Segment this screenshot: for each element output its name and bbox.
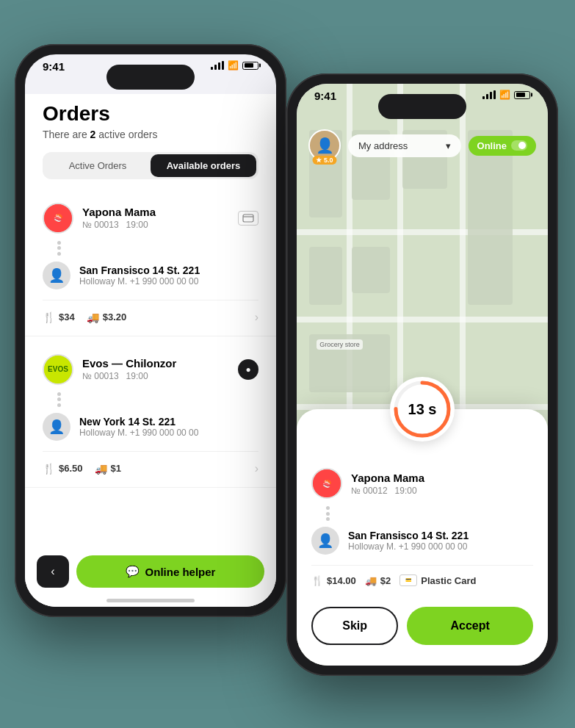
modal-courier-row: 👤 San Fransisco 14 St. 221 Holloway M. +… [311,527,533,555]
courier-avatar-2: 👤 [43,413,70,441]
divider-dots-2 [57,392,59,407]
modal-courier-avatar: 👤 [311,527,339,555]
timer-svg [390,377,455,442]
toggle-knob[interactable] [511,140,527,151]
phone1-screen: 9:41 📶 Orders [25,54,276,607]
courier-row-1: 👤 San Fransisco 14 St. 221 Holloway M. +… [43,262,258,289]
modal-courier-phone: Holloway M. +1 990 000 00 00 [348,541,533,552]
courier-info-1: San Fransisco 14 St. 221 Holloway M. +1 … [79,264,258,286]
order-footer-2: 🍴 $6.50 🚚 $1 › [43,451,258,475]
order-row-2: EVOS Evos — Chilonzor № 00013 19:00 ● [43,354,258,385]
timer-circle: 13 s [390,377,455,442]
modal-fork-icon: 🍴 [311,575,323,586]
phone1-content: Orders There are 2 active orders Active … [25,94,276,607]
orders-subtitle-suffix: active orders [95,129,157,140]
phone1-status-icons: 📶 [211,60,258,71]
modal-courier-info: San Fransisco 14 St. 221 Holloway M. +1 … [348,530,533,552]
tab-available-orders[interactable]: Available orders [151,154,256,177]
orders-header: Orders There are 2 active orders [25,94,276,152]
modal-restaurant-logo: 🍣 [311,468,342,499]
modal-actions: Skip Accept [311,607,533,645]
truck-icon-2: 🚚 [95,463,107,475]
modal-courier-address: San Fransisco 14 St. 221 [348,530,533,541]
courier-row-2: 👤 New York 14 St. 221 Holloway M. +1 990… [43,413,258,441]
phone2-header: 👤 ★ 5.0 My address ▾ Online [297,123,548,167]
card-icon-1 [238,211,258,226]
courier-phone-1: Holloway M. +1 990 000 00 00 [79,276,258,286]
modal-order-row: 🍣 Yapona Mama № 00012 19:00 [311,468,533,499]
grocery-label: Grocery store [317,339,363,350]
order-meta-2: № 00013 19:00 [82,371,229,381]
delivery-price-2: 🚚 $1 [95,463,121,475]
phone1-bottom-bar: ‹ 💬 Online helper [25,548,276,607]
back-button[interactable]: ‹ [37,555,69,588]
delivery-price-1: 🚚 $3.20 [87,311,127,323]
fork-knife-icon-1: 🍴 [43,311,55,323]
battery-icon [242,62,258,70]
tab-active-orders[interactable]: Active Orders [45,154,151,177]
order-arrow-1[interactable]: › [255,311,258,324]
courier-phone-2: Holloway M. +1 990 000 00 00 [79,428,258,438]
truck-icon-1: 🚚 [87,311,99,323]
phones-container: 9:41 📶 Orders [0,0,575,728]
chat-icon: 💬 [126,565,140,578]
skip-button[interactable]: Skip [311,607,398,645]
phone1-frame: 9:41 📶 Orders [15,44,286,617]
restaurant-logo-2: EVOS [43,354,73,385]
rating-badge: ★ 5.0 [312,156,336,165]
order-info-1: Yapona Mama № 00013 19:00 [82,206,229,230]
phone1-home-indicator [106,599,195,602]
card-icon-svg [242,214,254,223]
order-footer-1: 🍴 $34 🚚 $3.20 › [43,300,258,324]
restaurant-logo-1: 🍣 [43,203,73,234]
dynamic-island-1 [106,65,195,90]
order-row-1: 🍣 Yapona Mama № 00013 19:00 [43,203,258,234]
accept-button[interactable]: Accept [407,607,533,645]
accept-order-modal: 13 s 🍣 Yapona Mama № 00012 [297,409,548,666]
phone2-status-icons: 📶 [482,90,530,100]
order-card-2[interactable]: EVOS Evos — Chilonzor № 00013 19:00 ● [25,342,276,488]
restaurant-name-1: Yapona Mama [82,206,229,218]
divider-dots-1 [57,241,59,256]
phone1-time: 9:41 [43,60,65,73]
chevron-down-icon: ▾ [446,140,451,151]
orders-subtitle: There are 2 active orders [43,129,258,140]
modal-truck-icon: 🚚 [365,575,377,586]
modal-restaurant-name: Yapona Mama [351,472,533,484]
signal-icon-2 [482,90,496,99]
order-info-2: Evos — Chilonzor № 00013 19:00 [82,357,229,381]
orders-title: Orders [43,103,258,126]
wifi-icon: 📶 [228,60,239,71]
phone2-screen: Grocery store 9:41 📶 [297,84,548,666]
modal-food-price: 🍴 $14.00 [311,575,356,586]
battery-icon-2 [514,91,530,99]
wifi-icon-2: 📶 [499,90,510,100]
orders-tabs[interactable]: Active Orders Available orders [43,152,258,179]
order-meta-1: № 00013 19:00 [82,220,229,230]
modal-divider [326,506,328,521]
order-card-1[interactable]: 🍣 Yapona Mama № 00013 19:00 [25,191,276,336]
address-pill[interactable]: My address ▾ [348,134,461,157]
online-helper-button[interactable]: 💬 Online helper [76,555,264,588]
courier-avatar-1: 👤 [43,262,70,289]
courier-address-2: New York 14 St. 221 [79,416,258,428]
food-price-2: 🍴 $6.50 [43,463,83,475]
order-arrow-2[interactable]: › [255,462,258,475]
dynamic-island-2 [378,94,466,119]
modal-delivery-price: 🚚 $2 [365,575,391,586]
order-toggle-2[interactable]: ● [238,359,258,380]
courier-avatar-badge: 👤 ★ 5.0 [308,129,341,162]
online-toggle[interactable]: Online [469,136,536,156]
svg-rect-0 [243,215,253,222]
card-icon: 💳 [399,574,417,586]
restaurant-name-2: Evos — Chilonzor [82,357,229,370]
courier-address-1: San Fransisco 14 St. 221 [79,264,258,276]
fork-knife-icon-2: 🍴 [43,463,55,475]
food-price-1: 🍴 $34 [43,311,75,323]
signal-icon [211,61,224,70]
modal-payment: 💳 Plastic Card [399,574,476,586]
phone2-frame: Grocery store 9:41 📶 [286,73,558,676]
modal-footer: 🍴 $14.00 🚚 $2 💳 Plastic Card [311,565,533,595]
phone2-time: 9:41 [314,90,336,102]
courier-info-2: New York 14 St. 221 Holloway M. +1 990 0… [79,416,258,438]
